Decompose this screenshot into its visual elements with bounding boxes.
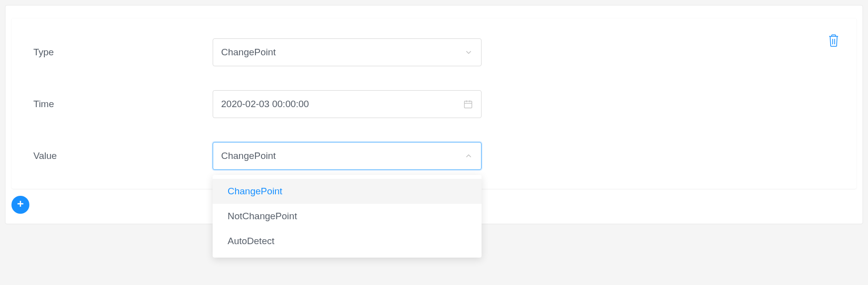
type-select[interactable]: ChangePoint xyxy=(213,38,482,66)
type-row: Type ChangePoint xyxy=(33,38,835,66)
time-input-value: 2020-02-03 00:00:00 xyxy=(221,99,309,110)
calendar-icon xyxy=(463,99,473,109)
outer-container: Type ChangePoint Time 2020-02-03 00:00:0… xyxy=(5,5,863,224)
form-card: Type ChangePoint Time 2020-02-03 00:00:0… xyxy=(11,18,857,189)
value-option-autodetect[interactable]: AutoDetect xyxy=(213,229,482,254)
chevron-down-icon xyxy=(464,48,473,57)
value-label: Value xyxy=(33,150,213,161)
time-input[interactable]: 2020-02-03 00:00:00 xyxy=(213,90,482,118)
svg-rect-2 xyxy=(465,101,472,108)
value-dropdown: ChangePoint NotChangePoint AutoDetect xyxy=(213,175,482,258)
time-label: Time xyxy=(33,99,213,110)
type-select-value: ChangePoint xyxy=(221,47,276,58)
add-button[interactable] xyxy=(11,196,29,214)
value-option-notchangepoint[interactable]: NotChangePoint xyxy=(213,204,482,229)
value-select[interactable]: ChangePoint xyxy=(213,142,482,170)
value-select-wrapper: ChangePoint ChangePoint NotChangePoint A… xyxy=(213,142,482,170)
trash-icon xyxy=(828,33,840,49)
time-row: Time 2020-02-03 00:00:00 xyxy=(33,90,835,118)
chevron-up-icon xyxy=(464,151,473,160)
value-row: Value ChangePoint ChangePoint NotChangeP… xyxy=(33,142,835,170)
plus-icon xyxy=(15,199,25,211)
type-label: Type xyxy=(33,47,213,58)
value-option-changepoint[interactable]: ChangePoint xyxy=(213,179,482,204)
delete-button[interactable] xyxy=(828,33,840,49)
value-select-value: ChangePoint xyxy=(221,150,276,161)
